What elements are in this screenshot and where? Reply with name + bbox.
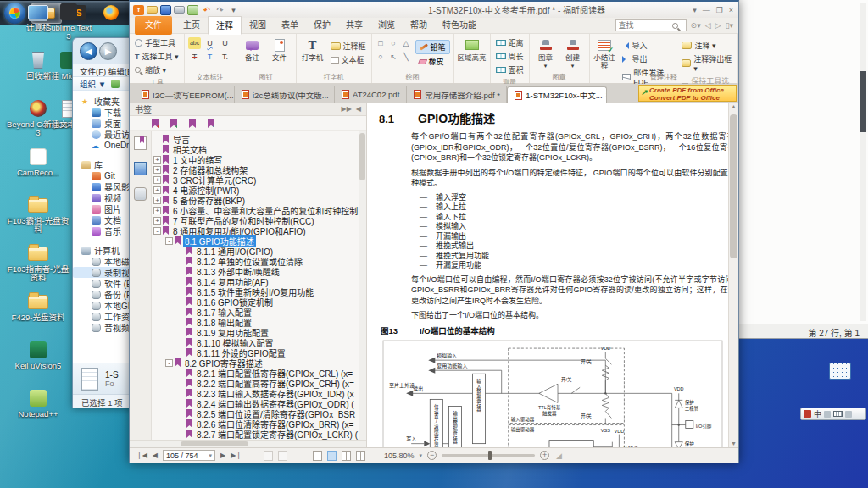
bookmarks-hscrollbar[interactable] [130,440,366,447]
expand-toggle-icon[interactable] [177,390,185,397]
expand-toggle-icon[interactable] [177,308,185,316]
expand-toggle-icon[interactable] [177,247,185,255]
polygon-shape-icon[interactable]: △ [401,39,412,47]
zoom-out-icon[interactable]: − [427,451,437,460]
maximize-button[interactable]: ❐ [716,6,723,14]
scroll-down-icon[interactable]: ▼ [729,441,738,446]
underline-icon[interactable]: U [219,37,231,49]
callout-button[interactable]: 注释框 [329,40,368,53]
expand-bookmark-icon[interactable] [208,119,214,128]
document-tab[interactable]: 1-STM32F10x-中文... × [507,86,607,103]
expand-toggle-icon[interactable] [153,146,161,153]
expand-toggle-icon[interactable]: + [153,197,161,204]
ime-settings-icon[interactable] [845,411,852,418]
expand-toggle-icon[interactable]: + [153,207,161,214]
page-scrollbar-thumb[interactable] [730,114,737,258]
customize-qat-icon[interactable]: ▾ [228,5,239,15]
export-comments-button[interactable]: 导出 [620,53,675,65]
ime-logo-icon[interactable] [804,410,811,418]
editor-scrollbar[interactable] [860,3,866,321]
comments-tab-icon[interactable] [134,187,147,201]
settings-icon[interactable]: ⊙▾ [691,21,701,30]
collapse-ribbon-icon[interactable]: ▾ [693,6,697,14]
redo-icon[interactable]: ↷ [214,5,225,15]
desktop-icon[interactable]: CamReco... [5,147,71,195]
rectangle-shape-icon[interactable]: □ [376,39,387,47]
ribbon-tab[interactable]: 视图 [242,16,274,35]
zoom-dropdown-icon[interactable]: ▾ [420,452,423,459]
search-input[interactable] [616,21,672,30]
pdf-page[interactable]: 8.1 GPIO功能描述 每个GPI/O端口有两个32位配置寄存器(GPIOx_… [367,103,728,447]
ribbon-tab[interactable]: 表单 [274,16,306,35]
zoom-slider-thumb[interactable] [488,451,492,460]
desktop-icon[interactable]: Notepad++ [5,388,71,436]
expand-toggle-icon[interactable] [177,349,185,357]
panel-expand-icon[interactable]: ▶▶ [342,105,352,113]
minimize-button[interactable]: — [703,6,710,14]
ribbon-tab[interactable]: 主页 [175,16,208,35]
expand-toggle-icon[interactable] [177,369,185,377]
hand-tool-button[interactable]: 手型工具 [133,36,181,49]
desktop-icon[interactable]: F429-光盘资料 [5,291,71,340]
close-tab-icon[interactable]: × [606,91,608,99]
distance-button[interactable]: 距离 [494,36,526,49]
expand-toggle-icon[interactable] [153,136,161,143]
eraser-button[interactable]: 橡皮 [415,55,450,68]
area-highlight-button[interactable]: 区域高亮 [458,36,487,62]
read-mode-icon[interactable]: ▯▾ [726,21,733,30]
expand-toggle-icon[interactable] [177,410,185,418]
expand-toggle-icon[interactable] [177,329,185,336]
panel-collapse-icon[interactable]: ◀ [356,105,361,113]
expand-toggle-icon[interactable] [177,258,185,265]
import-comments-button[interactable]: 导入 [620,39,675,52]
bookmarks-scrollbar-thumb[interactable] [359,133,365,180]
arrow-shape-icon[interactable]: ↖ [388,53,399,61]
organize-button[interactable]: 组织 ▼ [80,78,106,90]
strikeout-icon[interactable]: T [188,51,201,63]
expand-toggle-icon[interactable]: + [153,166,161,174]
textbox-button[interactable]: 文本框 [329,53,368,66]
expand-toggle-icon[interactable] [177,380,185,387]
expand-toggle-icon[interactable] [177,278,185,286]
bookmark-row[interactable]: 8.1.6 GPIO锁定机制 [152,297,366,307]
expand-toggle-icon[interactable]: + [153,176,161,184]
zoom-in-icon[interactable]: + [540,451,549,460]
create-pdf-badge[interactable]: Create PDF from Office Convert PDF to Of… [638,85,737,102]
save-icon[interactable] [160,5,171,15]
cloud-shape-icon[interactable]: ○ [388,39,399,47]
ribbon-tab[interactable]: 特色功能 [435,16,484,35]
expand-toggle-icon[interactable]: - [165,237,173,245]
line-shape-icon[interactable]: ╲ [401,53,412,61]
ribbon-tab[interactable]: 文件 [135,16,172,35]
undo-icon[interactable]: ↶ [201,5,212,15]
search-icon[interactable] [672,23,678,29]
expand-toggle-icon[interactable] [177,339,185,347]
area-measure-button[interactable]: 面积 [494,64,526,76]
editor-scrollbar-thumb[interactable] [860,71,866,132]
next-view-page-icon[interactable] [278,451,287,461]
single-page-icon[interactable] [313,451,322,461]
expand-toggle-icon[interactable] [177,400,185,408]
bookmark-row[interactable]: 8.1.7 输入配置 [152,307,366,317]
prev-view-page-icon[interactable] [264,451,273,461]
comments-button[interactable]: 注释 ▾ [680,39,734,52]
add-bookmark-icon[interactable] [170,119,177,128]
document-tab[interactable]: i2c总线协议(中文版... × [235,86,335,103]
prev-view-icon[interactable]: ◁ [705,21,711,30]
ribbon-tab[interactable]: 浏览 [370,16,403,35]
insert-text-icon[interactable]: T. [219,51,231,63]
perimeter-button[interactable]: 周长 [494,50,526,63]
ime-language-bar[interactable]: 中 [800,408,866,420]
ribbon-tab[interactable]: 注释 [208,16,242,35]
document-tab[interactable]: 常用存储器介绍.pdf * × [407,86,507,103]
expand-toggle-icon[interactable]: - [153,227,161,235]
desktop-icon[interactable]: Keil uVision5 [5,340,71,388]
highlight-icon[interactable]: abc [188,37,201,49]
ribbon-tab[interactable]: 共享 [338,16,370,35]
ime-mode-indicator[interactable]: 中 [814,408,821,419]
expand-toggle-icon[interactable]: + [153,217,161,225]
close-button[interactable]: × [729,6,733,14]
ribbon-tab[interactable]: 帮助 [403,16,435,35]
replace-text-icon[interactable]: T [203,51,216,63]
continuous-page-icon[interactable] [327,451,337,461]
